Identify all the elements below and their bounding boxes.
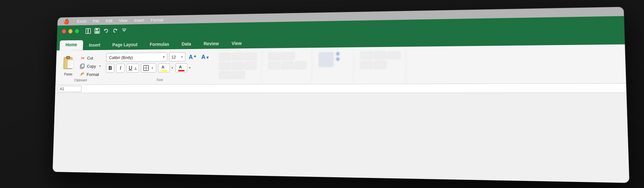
font-row-2: B I U ▼ (106, 63, 191, 73)
cell-reference-box[interactable]: A1 (58, 86, 82, 92)
number-group (263, 50, 312, 83)
paste-icon (62, 55, 75, 72)
svg-text:▼: ▼ (206, 55, 209, 59)
ribbon-content: Paste ✂ Cut (55, 44, 626, 85)
close-button[interactable] (62, 29, 66, 34)
svg-rect-3 (96, 28, 98, 30)
format-painter-icon (79, 72, 85, 77)
menu-insert[interactable]: Insert (131, 17, 147, 23)
save-icon[interactable] (94, 28, 100, 35)
menu-view[interactable]: View (116, 17, 131, 23)
copy-button[interactable]: Copy ▼ (78, 62, 103, 69)
traffic-lights (62, 29, 79, 34)
svg-text:A: A (189, 54, 193, 60)
formula-bar: A1 (55, 84, 627, 93)
menu-format[interactable]: Format (148, 17, 166, 23)
svg-rect-1 (88, 29, 91, 34)
menu-file[interactable]: File (90, 18, 102, 24)
copy-dropdown-arrow[interactable]: ▼ (99, 65, 101, 68)
alignment-group (214, 50, 262, 83)
tab-insert[interactable]: Insert (83, 41, 106, 50)
borders-button[interactable]: ▼ (141, 63, 156, 73)
svg-text:▲: ▲ (193, 53, 197, 58)
italic-button[interactable]: I (116, 64, 125, 73)
font-row-1: Calibri (Body) ▼ 12 ▼ A ▲ (106, 52, 211, 62)
tab-view[interactable]: View (225, 39, 248, 49)
tab-formulas[interactable]: Formulas (144, 40, 175, 50)
redo-icon[interactable] (112, 27, 118, 34)
font-color-button[interactable]: A (175, 63, 187, 72)
font-group-label: Font (106, 78, 215, 82)
underline-dropdown-arrow[interactable]: ▼ (135, 66, 137, 69)
cut-button[interactable]: ✂ Cut (79, 54, 103, 61)
format-painter-button[interactable]: Format (78, 71, 102, 78)
menu-edit[interactable]: Edit (103, 17, 115, 23)
clipboard-group-label: Clipboard (59, 79, 102, 82)
font-name-arrow[interactable]: ▼ (162, 55, 165, 59)
font-name-dropdown[interactable]: Calibri (Body) ▼ (106, 52, 168, 62)
sidebar-toggle-icon[interactable] (85, 28, 92, 35)
underline-button[interactable]: U ▼ (126, 63, 139, 73)
tab-home[interactable]: Home (60, 40, 83, 51)
svg-text:A: A (161, 64, 164, 69)
font-red-bar (178, 70, 184, 71)
undo-icon[interactable] (103, 27, 109, 34)
font-group: Calibri (Body) ▼ 12 ▼ A ▲ (103, 51, 213, 83)
svg-rect-9 (67, 60, 73, 68)
borders-dropdown-arrow[interactable]: ▼ (151, 66, 153, 69)
svg-rect-8 (67, 57, 69, 58)
tab-page-layout[interactable]: Page Layout (106, 40, 144, 50)
highlight-dropdown-arrow[interactable]: ▼ (171, 66, 174, 69)
cells-group (355, 49, 407, 83)
highlight-yellow-bar (161, 70, 167, 71)
ribbon-right-blurred (214, 47, 622, 83)
paste-button[interactable]: Paste (59, 53, 78, 77)
font-color-dropdown-arrow[interactable]: ▼ (189, 66, 191, 69)
copy-icon (79, 63, 85, 69)
scissors-icon: ✂ (80, 55, 85, 61)
svg-rect-0 (86, 29, 88, 34)
screen-wrapper: 🍎 Excel File Edit View Insert Format (0, 0, 644, 188)
svg-rect-4 (95, 31, 99, 33)
increase-font-size-button[interactable]: A ▲ (187, 52, 198, 61)
customize-qat-icon[interactable] (121, 27, 127, 34)
svg-rect-14 (81, 64, 84, 67)
minimize-button[interactable] (68, 29, 73, 34)
excel-window: 🍎 Excel File Edit View Insert Format (53, 7, 630, 183)
apple-menu[interactable]: 🍎 (60, 18, 72, 25)
tab-review[interactable]: Review (197, 39, 225, 49)
svg-rect-15 (83, 73, 84, 74)
svg-text:A: A (179, 64, 182, 69)
styles-group (314, 49, 354, 83)
svg-text:A: A (201, 54, 206, 60)
small-commands-col: ✂ Cut Copy ▼ (78, 53, 103, 78)
font-size-dropdown[interactable]: 12 ▼ (169, 52, 185, 61)
font-size-arrow[interactable]: ▼ (181, 55, 183, 58)
clipboard-group: Paste ✂ Cut (59, 52, 103, 83)
bold-button[interactable]: B (106, 64, 115, 73)
tab-data[interactable]: Data (175, 39, 198, 49)
decrease-font-size-button[interactable]: A ▼ (200, 52, 211, 61)
paste-label: Paste (64, 72, 72, 76)
maximize-button[interactable] (75, 29, 79, 33)
menu-excel[interactable]: Excel (74, 18, 89, 24)
highlight-color-button[interactable]: A (158, 63, 170, 73)
